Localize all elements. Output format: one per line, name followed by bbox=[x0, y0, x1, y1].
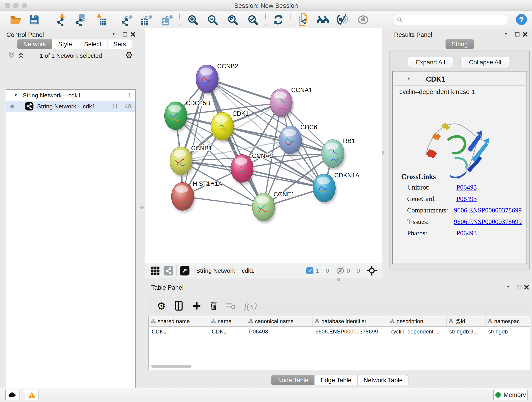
table-cell[interactable]: stringdb bbox=[486, 327, 529, 337]
node-label-RB1: RB1 bbox=[343, 138, 355, 144]
export-table-button[interactable] bbox=[140, 13, 153, 26]
save-session-button[interactable] bbox=[27, 13, 41, 26]
string-network-graph[interactable]: CCNB2CCNA1CDC25BCDK1CDC6RB1CCNB1CCNA2CDK… bbox=[145, 28, 382, 263]
network-row[interactable]: String Network – cdk1 11 48 bbox=[6, 101, 135, 112]
open-session-button[interactable] bbox=[9, 13, 22, 26]
expand-all-button[interactable]: Expand All bbox=[408, 57, 453, 68]
column-header-description[interactable]: description bbox=[388, 316, 447, 326]
node-CDC25B[interactable]: CDC25B bbox=[165, 100, 210, 132]
table-cell[interactable]: P06493 bbox=[246, 327, 313, 337]
network-collection-row[interactable]: ▼ String Network – cdk1 1 bbox=[6, 90, 135, 101]
crosslink-link[interactable]: 9606.ENSP00000378699 bbox=[454, 218, 522, 225]
column-header-database-identifier[interactable]: database identifier bbox=[313, 316, 388, 326]
toolbar-separator bbox=[193, 265, 193, 276]
refresh-button[interactable] bbox=[272, 13, 285, 26]
node-attribute-icon bbox=[248, 319, 253, 324]
table-cell[interactable]: stringdb:9... bbox=[447, 327, 486, 337]
float-panel-icon[interactable] bbox=[515, 32, 520, 37]
node-CCNB2[interactable]: CCNB2 bbox=[196, 63, 238, 95]
zoom-out-button[interactable] bbox=[206, 13, 219, 26]
add-column-icon[interactable] bbox=[191, 300, 202, 311]
grid-view-icon[interactable] bbox=[151, 266, 160, 275]
export-image-button[interactable] bbox=[160, 13, 173, 26]
open-external-icon[interactable] bbox=[180, 266, 190, 275]
birds-eye-crosshair-icon[interactable] bbox=[367, 265, 377, 276]
node-CDKN1A[interactable]: CDKN1A bbox=[313, 172, 360, 204]
node-CDK1[interactable]: CDK1 bbox=[211, 110, 249, 143]
crosslink-link[interactable]: P06493 bbox=[456, 184, 477, 191]
node-RB1[interactable]: RB1 bbox=[322, 138, 355, 170]
memory-button[interactable]: Memory bbox=[493, 390, 528, 400]
close-panel-icon[interactable] bbox=[130, 32, 136, 37]
column-header-name[interactable]: name bbox=[209, 316, 246, 326]
crosslink-link[interactable]: 9606.ENSP00000378699 bbox=[454, 206, 522, 214]
collapse-panel-icon[interactable]: ▼ bbox=[112, 32, 115, 36]
panel-divider-handle[interactable] bbox=[140, 206, 144, 209]
collapse-panel-icon[interactable]: ▼ bbox=[504, 32, 508, 36]
crosslink-link[interactable]: P06493 bbox=[456, 230, 477, 237]
help-button[interactable]: ? bbox=[516, 14, 527, 25]
node-CCNA1[interactable]: CCNA1 bbox=[270, 87, 312, 119]
home-button[interactable] bbox=[317, 13, 330, 26]
hide-selected-button[interactable] bbox=[336, 13, 350, 26]
toolbar-separator bbox=[290, 13, 291, 26]
show-columns-icon[interactable] bbox=[173, 300, 184, 312]
horizontal-scrollbar[interactable] bbox=[151, 365, 191, 368]
tree-expand-icon[interactable]: ▼ bbox=[14, 93, 18, 97]
delete-column-icon[interactable] bbox=[209, 300, 219, 312]
export-network-button[interactable] bbox=[120, 13, 133, 26]
tab-network-table[interactable]: Network Table bbox=[358, 375, 409, 385]
warnings-button[interactable] bbox=[25, 390, 39, 400]
column-header-namespac[interactable]: namespac bbox=[486, 316, 529, 326]
column-header-@id[interactable]: @id bbox=[447, 316, 486, 326]
cloud-icon bbox=[8, 392, 17, 398]
zoom-in-button[interactable] bbox=[186, 13, 199, 26]
tab-sets[interactable]: Sets bbox=[108, 39, 132, 49]
node-HIST1H1A[interactable]: HIST1H1A bbox=[171, 180, 222, 213]
float-panel-icon[interactable] bbox=[122, 32, 128, 37]
collapse-panel-icon[interactable]: ▼ bbox=[506, 285, 510, 289]
network-options-gear-icon[interactable]: ⚙ bbox=[125, 50, 133, 60]
node-CDC6[interactable]: CDC6 bbox=[279, 124, 317, 156]
show-all-button[interactable] bbox=[356, 13, 370, 26]
tab-string[interactable]: String bbox=[445, 39, 474, 49]
search-input[interactable] bbox=[394, 15, 507, 25]
panel-divider-handle[interactable] bbox=[336, 278, 340, 281]
tab-style[interactable]: Style bbox=[52, 39, 78, 49]
gene-collapse-icon[interactable]: ▼ bbox=[407, 77, 411, 81]
export-table-icon bbox=[140, 13, 153, 26]
close-panel-icon[interactable] bbox=[524, 284, 529, 290]
share-file-button[interactable] bbox=[297, 13, 310, 26]
tab-select[interactable]: Select bbox=[78, 39, 108, 49]
tab-network[interactable]: Network bbox=[17, 39, 52, 49]
zoom-selected-button[interactable] bbox=[246, 13, 259, 26]
table-cell[interactable]: CDK1 bbox=[149, 327, 209, 337]
import-network-database-button[interactable] bbox=[75, 13, 88, 26]
table-cell[interactable]: cyclin–dependent ... bbox=[388, 327, 447, 337]
column-header-shared-name[interactable]: shared name bbox=[149, 316, 209, 326]
import-network-file-button[interactable] bbox=[56, 13, 69, 26]
function-builder-icon[interactable]: f(x) bbox=[244, 300, 257, 311]
cloud-button[interactable] bbox=[5, 390, 19, 400]
control-panel: Control Panel ▼ NetworkStyleSelectSets 1… bbox=[0, 29, 142, 388]
tab-node-table[interactable]: Node Table bbox=[271, 375, 315, 385]
node-CCNB1[interactable]: CCNB1 bbox=[170, 145, 212, 177]
network-overview-icon[interactable] bbox=[164, 266, 173, 275]
column-header-canonical-name[interactable]: canonical name bbox=[246, 316, 313, 326]
collapse-all-button[interactable]: Collapse All bbox=[461, 57, 510, 68]
table-cell[interactable]: 9606.ENSP00000378699 bbox=[313, 327, 388, 337]
table-cell[interactable]: CDK1 bbox=[209, 327, 246, 337]
float-panel-icon[interactable] bbox=[516, 284, 522, 290]
tab-edge-table[interactable]: Edge Table bbox=[315, 375, 358, 385]
clear-table-icon[interactable] bbox=[226, 301, 236, 310]
import-table-file-button[interactable] bbox=[94, 13, 108, 26]
node-CCNE1[interactable]: CCNE1 bbox=[252, 191, 295, 223]
close-panel-icon[interactable] bbox=[522, 32, 528, 37]
zoom-fit-button[interactable] bbox=[226, 13, 239, 26]
table-row[interactable]: CDK1CDK1P064939606.ENSP00000378699cyclin… bbox=[149, 327, 530, 337]
edge-CCNB2-CCNE1[interactable] bbox=[207, 79, 264, 207]
table-gear-icon[interactable]: ⚙ bbox=[157, 300, 166, 312]
crosslink-link[interactable]: P06493 bbox=[456, 195, 477, 203]
network-view-canvas[interactable]: CCNB2CCNA1CDC25BCDK1CDC6RB1CCNB1CCNA2CDK… bbox=[145, 28, 382, 263]
selected-checkbox-icon[interactable] bbox=[306, 267, 313, 274]
